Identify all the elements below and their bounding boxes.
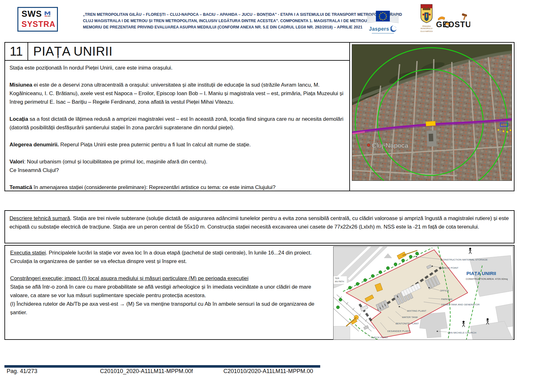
execution-paragraph: Executia statiei. Principalele lucrări l… — [10, 248, 325, 266]
locatia-paragraph: Locația sa a fost dictată de lățimea red… — [9, 115, 345, 132]
plan-label-material-storage: CONSTRUCTION MATERIAL STORAGE — [441, 258, 488, 261]
valori-paragraph: Valori: Noul urbanism (omul și locuibili… — [9, 157, 345, 166]
plan-label-office: OFFICE — [440, 289, 449, 292]
execution-section: Executia statiei. Principalele lucrări l… — [4, 245, 514, 340]
jaspers-crescent-icon — [390, 25, 397, 32]
project-title-line2: CLUJ MAGISTRALA I DE METROU ȘI TREN METR… — [83, 18, 368, 24]
project-title-line1: „TREN METROPOLITAN GILĂU – FLOREȘTI – CL… — [83, 11, 368, 18]
plan-edge-label-1: TER — [335, 277, 339, 279]
city-label-group: Cluj-Napoca — [367, 142, 408, 149]
coat-of-arms-caption-line2: CLUJ-NAPOCA — [417, 30, 436, 33]
station-marker — [426, 121, 436, 126]
geostud-text: GEOSTUD — [436, 20, 470, 29]
plan-title: PIAȚA UNIRII — [466, 271, 496, 276]
misiunea-paragraph: Misiunea ei este de a deservi zona ultra… — [9, 81, 345, 106]
sws-text: SWS — [22, 9, 42, 19]
plan-edge-label-2: AN PATH — [335, 280, 344, 283]
hammer-icon — [462, 13, 467, 20]
intro-paragraph: Stația este poziționată în nordul Pieței… — [9, 64, 345, 72]
plan-label-check-point-bottom: CHECK POINT — [371, 336, 388, 339]
jaspers-logo: Jaspers — [364, 9, 402, 34]
constraints-paragraph: Stația se află într-o zonă în care cu ma… — [10, 283, 325, 300]
plan-label-desander: DESANDER PLANT — [387, 330, 410, 333]
plan-label-parking: PARKING — [441, 298, 452, 301]
geostud-logo: GEOSTUD — [435, 13, 470, 32]
alegerea-paragraph: Alegerea denumirii. Reperul Piața Unirii… — [9, 140, 345, 149]
document-code-2: C201010/2020-A11LM11-MPPM.00 — [223, 368, 313, 375]
plan-area-label: CONSTRUCTION AREA: 4720.92mq — [466, 278, 508, 280]
project-title-line3: MEMORIU DE PREZENTARE PRIVIND EVALUAREA … — [83, 24, 368, 30]
station-text-cell: 11 PIAȚA UNIRII Stația este poziționată … — [5, 43, 350, 191]
systra-text: SYSTRA — [22, 19, 54, 29]
technical-section: Descriere tehnică sumară. Stația are tre… — [4, 210, 514, 243]
cluj-coat-of-arms-icon: PRIMARIA MUNICIPIULUI CLUJ-NAPOCA — [417, 4, 436, 33]
plan-label-diesel: DIESEL TANK AND GENERATOR — [441, 303, 480, 306]
coat-of-arms-caption-line1: PRIMARIA MUNICIPIULUI — [417, 25, 436, 30]
sws-systra-logo: SWS SYSTRA — [17, 7, 58, 32]
city-label: Cluj-Napoca — [372, 142, 408, 149]
jaspers-text: Jaspers — [369, 26, 389, 32]
station-number: 11 — [5, 43, 28, 60]
document-code-1: C201010_2020-A11LM11-MPPM.00f — [100, 368, 193, 375]
plan-edge-labels: TER AN PATH — [334, 276, 347, 284]
technical-text: . Stația are trei nivele subterane (solu… — [9, 215, 509, 230]
footer-rule — [4, 365, 320, 368]
plaza-church — [427, 130, 437, 146]
plan-label-water: WATER TANK — [402, 316, 418, 319]
station-title-row: 11 PIAȚA UNIRII — [5, 43, 349, 61]
tematica-paragraph: Tematică în amenajarea stației (consider… — [9, 183, 345, 192]
plan-label-bentonite: BENTONITE PLANT — [396, 322, 419, 325]
constraints-heading: Constrângeri execuție; impact (I) local … — [10, 274, 325, 283]
station-section: 11 PIAȚA UNIRII Stația este poziționată … — [4, 42, 514, 191]
document-page: SWS SYSTRA „TREN METROPOLITAN GILĂU – FL… — [0, 0, 555, 392]
plan-label-mixing: MIXTING PLANT — [407, 309, 426, 312]
impact-paragraph: (I) Închiderea rutelor de Ab/Tb pe axa v… — [10, 300, 325, 317]
site-plan: CONSTRUCTION MATERIAL STORAGE CHECK POIN… — [333, 246, 513, 340]
eu-flag-icon — [366, 9, 399, 24]
plan-label-check-point-top: CHECK POINT — [441, 266, 458, 269]
project-title: „TREN METROPOLITAN GILĂU – FLOREȘTI – CL… — [83, 11, 368, 30]
satellite-map: Cluj-Napoca — [352, 44, 512, 181]
station-name: PIAȚA UNIRII — [28, 44, 113, 58]
page-number: Pag. 41/273 — [7, 368, 37, 375]
metrans-icon — [44, 10, 51, 19]
technical-lead: Descriere tehnică sumară — [9, 215, 70, 221]
valori-line2: Ce înseamnă Clujul? — [9, 166, 345, 175]
jaspers-subtitle-line — [372, 33, 394, 34]
plan-label-church: SAN MICHELE CHURCH — [447, 331, 476, 334]
